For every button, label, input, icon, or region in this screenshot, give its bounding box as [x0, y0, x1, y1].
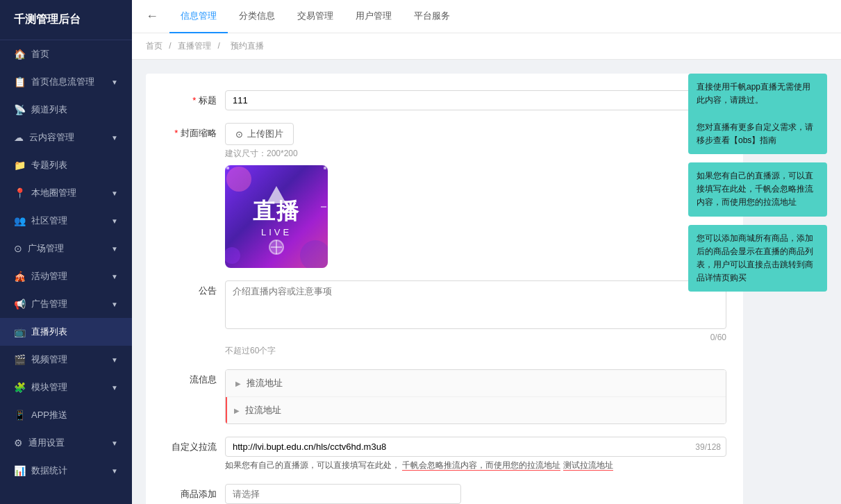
chevron-down-icon: ▼	[111, 356, 118, 364]
sidebar-item-label: APP推送	[31, 409, 67, 421]
tooltip-container: 直接使用千帆app直播无需使用此内容，请跳过。 您对直播有更多自定义需求，请移步…	[688, 74, 827, 292]
chevron-down-icon: ▼	[111, 78, 118, 86]
sidebar-item-ad[interactable]: 📢 广告管理 ▼	[0, 290, 132, 318]
custom-pull-input[interactable]	[225, 437, 726, 457]
feed-icon: 📋	[14, 76, 26, 87]
live-icon: 📺	[14, 326, 26, 337]
ad-icon: 📢	[14, 299, 26, 310]
svg-rect-7	[226, 167, 229, 169]
product-input[interactable]	[225, 484, 461, 504]
tab-user[interactable]: 用户管理	[344, 0, 403, 33]
chevron-down-icon: ▼	[111, 384, 118, 392]
chevron-down-icon: ▼	[111, 245, 118, 253]
cover-label: 封面缩略	[163, 123, 225, 140]
breadcrumb-home[interactable]: 首页	[146, 41, 163, 51]
notice-label: 公告	[163, 280, 225, 297]
custom-pull-hint: 如果您有自己的直播源，可以直接填写在此处， 千帆会忽略推流内容，而使用您的拉流地…	[225, 460, 726, 471]
tooltip-stream: 直接使用千帆app直播无需使用此内容，请跳过。 您对直播有更多自定义需求，请移步…	[688, 74, 827, 154]
sidebar-item-label: 频道列表	[31, 103, 67, 116]
back-button[interactable]: ←	[146, 9, 158, 24]
sidebar-item-label: 本地圈管理	[31, 187, 76, 199]
stream-pull-row[interactable]: ▶ 拉流地址	[226, 397, 726, 423]
notice-content: 0/60 不超过60个字	[225, 280, 726, 357]
product-label: 商品添加	[163, 484, 225, 501]
sidebar-logo: 千测管理后台	[0, 0, 132, 40]
chevron-down-icon: ▼	[111, 301, 118, 308]
sidebar: 千测管理后台 🏠 首页 📋 首页信息流管理 ▼ 📡 频道列表 ☁ 云内容管理 ▼…	[0, 0, 132, 504]
tab-trade[interactable]: 交易管理	[286, 0, 344, 33]
live-subtext: LIVE	[261, 227, 292, 237]
tab-category[interactable]: 分类信息	[228, 0, 286, 33]
sidebar-item-label: 模块管理	[31, 381, 67, 394]
sidebar-item-plaza[interactable]: ⊙ 广场管理 ▼	[0, 235, 132, 262]
tab-platform[interactable]: 平台服务	[403, 0, 461, 33]
sidebar-item-label: 首页信息流管理	[31, 76, 94, 88]
pull-hint-link2[interactable]: 测试拉流地址	[563, 460, 613, 471]
sidebar-item-video[interactable]: 🎬 视频管理 ▼	[0, 346, 132, 373]
pull-hint-link1[interactable]: 千帆会忽略推流内容，而使用您的拉流地址	[402, 460, 560, 471]
breadcrumb: 首页 / 直播管理 / 预约直播	[132, 33, 841, 60]
svg-point-2	[225, 247, 240, 264]
chevron-down-icon: ▼	[111, 217, 118, 225]
activity-icon: 🎪	[14, 271, 26, 282]
sidebar-item-community[interactable]: 👥 社区管理 ▼	[0, 207, 132, 235]
sidebar-item-home[interactable]: 🏠 首页	[0, 40, 132, 68]
size-hint: 建议尺寸：200*200	[225, 148, 726, 160]
product-row: 商品添加	[163, 484, 726, 504]
sidebar-item-label: 广场管理	[28, 242, 64, 255]
main-area: ← 信息管理 分类信息 交易管理 用户管理 平台服务 首页 / 直播管理 / 预…	[132, 0, 841, 504]
live-text: 直播	[253, 196, 300, 227]
notice-row: 公告 0/60 不超过60个字	[163, 280, 726, 357]
local-icon: 📍	[14, 187, 26, 199]
char-count: 0/60	[225, 333, 726, 342]
sidebar-item-app[interactable]: 📱 APP推送	[0, 401, 132, 429]
sidebar-item-channel[interactable]: 📡 频道列表	[0, 96, 132, 124]
breadcrumb-live[interactable]: 直播管理	[178, 41, 211, 51]
stream-push-row[interactable]: ▶ 推流地址	[226, 370, 726, 397]
chevron-down-icon: ▼	[111, 439, 118, 447]
stream-label: 流信息	[163, 369, 225, 386]
upload-button[interactable]: ⊙ 上传图片	[225, 123, 294, 145]
sidebar-item-feed[interactable]: 📋 首页信息流管理 ▼	[0, 68, 132, 96]
svg-point-1	[300, 240, 328, 268]
home-icon: 🏠	[14, 49, 26, 60]
form-container: 标题 封面缩略 ⊙ 上传图片 建议尺寸：200*200	[146, 74, 743, 504]
stream-pull-label: 拉流地址	[245, 404, 281, 417]
custom-pull-label: 自定义拉流	[163, 437, 225, 453]
title-input[interactable]	[225, 90, 726, 110]
breadcrumb-current: 预约直播	[231, 41, 264, 51]
sidebar-item-label: 专题列表	[31, 159, 67, 171]
channel-icon: 📡	[14, 104, 26, 115]
sidebar-item-settings[interactable]: ⚙ 通用设置 ▼	[0, 429, 132, 457]
stream-section: ▶ 推流地址 ▶ 拉流地址	[225, 369, 726, 424]
sidebar-item-local[interactable]: 📍 本地圈管理 ▼	[0, 179, 132, 207]
sidebar-item-topic[interactable]: 📁 专题列表	[0, 151, 132, 179]
tab-info[interactable]: 信息管理	[169, 0, 228, 33]
sidebar-item-label: 活动管理	[31, 270, 67, 283]
sidebar-item-cloud[interactable]: ☁ 云内容管理 ▼	[0, 124, 132, 151]
custom-pull-row: 自定义拉流 39/128 如果您有自己的直播源，可以直接填写在此处， 千帆会忽略…	[163, 437, 726, 471]
title-content	[225, 90, 726, 110]
svg-point-0	[226, 167, 251, 192]
app-icon: 📱	[14, 410, 26, 421]
chevron-down-icon: ▼	[111, 467, 118, 475]
notice-textarea[interactable]	[225, 280, 726, 329]
upload-icon: ⊙	[235, 129, 243, 140]
sidebar-item-activity[interactable]: 🎪 活动管理 ▼	[0, 262, 132, 290]
cloud-icon: ☁	[14, 132, 24, 143]
sidebar-item-label: 视频管理	[31, 353, 67, 366]
sidebar-item-label: 首页	[31, 48, 49, 60]
chevron-right-icon: ▶	[235, 380, 241, 387]
cover-row: 封面缩略 ⊙ 上传图片 建议尺寸：200*200	[163, 123, 726, 268]
chevron-down-icon: ▼	[111, 134, 118, 142]
top-navigation: ← 信息管理 分类信息 交易管理 用户管理 平台服务	[132, 0, 841, 33]
sidebar-item-label: 数据统计	[31, 464, 67, 477]
sidebar-item-live[interactable]: 📺 直播列表	[0, 318, 132, 346]
sidebar-item-module[interactable]: 🧩 模块管理 ▼	[0, 373, 132, 401]
topic-icon: 📁	[14, 160, 26, 171]
stream-push-label: 推流地址	[247, 377, 283, 389]
chevron-right-icon: ▶	[234, 407, 240, 414]
stream-row: 流信息 ▶ 推流地址 ▶ 拉流地址	[163, 369, 726, 424]
sidebar-item-stats[interactable]: 📊 数据统计 ▼	[0, 457, 132, 485]
svg-rect-8	[324, 167, 326, 169]
